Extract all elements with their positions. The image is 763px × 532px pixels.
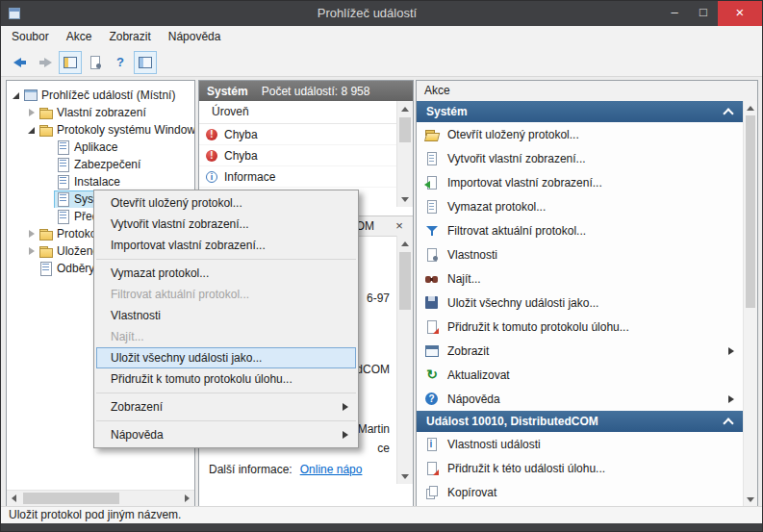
online-help-link[interactable]: Online nápo [300,463,363,476]
event-row[interactable]: Chyba [199,124,413,145]
menu-item-create-custom-view[interactable]: Vytvořit vlastní zobrazení... [94,214,358,235]
forward-arrow-icon [38,55,53,70]
attach-task-icon [424,319,440,335]
action-view-submenu[interactable]: Zobrazit [417,339,744,363]
tree-item-setup[interactable]: Instalace [7,173,194,190]
column-header-level[interactable]: Úroveň [199,101,413,124]
action-label: Filtrovat aktuální protokol... [447,224,586,238]
action-attach-task-to-log[interactable]: Přidružit k tomuto protokolu úlohu... [417,315,744,339]
more-info-label: Další informace: [209,463,292,476]
scrollbar-thumb[interactable] [746,115,755,308]
up-arrow-icon [747,106,754,111]
action-help-submenu[interactable]: Nápověda [417,387,744,411]
scroll-left-button[interactable] [7,491,22,506]
collapse-arrow-icon[interactable] [26,228,38,240]
console-icon [23,88,38,103]
scrollbar-thumb[interactable] [399,117,411,142]
action-label: Přidružit k této události úlohu... [447,462,605,475]
action-event-properties[interactable]: Vlastnosti události [417,432,744,456]
action-filter-current-log[interactable]: Filtrovat aktuální protokol... [417,218,744,242]
menu-item-properties[interactable]: Vlastnosti [94,305,358,326]
collapse-chevron-icon[interactable] [723,418,733,428]
menu-item-import-custom-view[interactable]: Importovat vlastní zobrazení... [94,235,358,256]
show-console-tree-button[interactable] [59,51,82,74]
scroll-right-button[interactable] [179,491,194,506]
close-button[interactable]: × [718,1,762,26]
action-import-custom-view[interactable]: Importovat vlastní zobrazení... [417,170,744,194]
menu-item-open-saved-log[interactable]: Otevřít uložený protokol... [94,192,358,214]
menu-item-save-all-events-as[interactable]: Uložit všechny události jako... [96,347,356,368]
details-scrollbar[interactable] [396,236,413,484]
help-button[interactable] [109,51,132,74]
tree-spacer [43,193,55,205]
scroll-up-button[interactable] [397,101,413,116]
scrollbar-thumb[interactable] [399,252,411,310]
action-properties[interactable]: Vlastnosti [417,242,744,266]
log-title: Systém [207,85,248,98]
actions-title: Akce [417,81,757,102]
properties-button[interactable] [84,51,107,74]
scroll-down-button[interactable] [744,493,757,506]
action-refresh[interactable]: Aktualizovat [417,363,744,387]
action-section-system-header[interactable]: Systém [417,101,744,122]
tree-item-custom-views[interactable]: Vlastní zobrazení [7,104,194,121]
error-icon [205,148,220,164]
menu-item-help-submenu[interactable]: Nápověda [94,424,358,445]
scroll-down-button[interactable] [397,191,413,207]
status-text: Uložit protokol pod jiným názvem. [9,508,181,521]
details-close-button[interactable]: × [392,216,407,235]
menu-item-clear-log[interactable]: Vymazat protokol... [94,263,358,284]
collapse-arrow-icon[interactable] [26,245,38,257]
event-count: Počet událostí: 8 958 [262,85,370,98]
tree-label: Odběry [57,262,94,275]
detail-text-fragment: Martin [358,422,390,436]
menu-item-view-submenu[interactable]: Zobrazení [94,396,358,418]
tree-item-application[interactable]: Aplikace [7,139,194,156]
properties-sheet-icon [88,55,103,70]
scrollbar-thumb[interactable] [23,493,119,504]
collapse-arrow-icon[interactable] [26,107,38,118]
action-copy[interactable]: Kopírovat [417,480,744,504]
event-row[interactable]: Chyba [199,145,413,166]
window-controls: – □ × [660,1,762,26]
scroll-up-button[interactable] [744,101,757,114]
up-arrow-icon [401,241,409,246]
event-row[interactable]: Informace [199,166,413,188]
action-find[interactable]: Najít... [417,266,744,291]
event-list-scrollbar[interactable] [396,101,413,207]
expand-arrow-icon[interactable] [11,89,22,101]
action-section-event-header[interactable]: Událost 10010, DistributedCOM [417,411,744,432]
menu-napoveda[interactable]: Nápověda [160,26,230,48]
tree-label: Vlastní zobrazení [57,106,146,119]
action-save-all-events-as[interactable]: Uložit všechny události jako... [417,291,744,315]
action-attach-task-to-event[interactable]: Přidružit k této události úlohu... [417,456,744,480]
menu-soubor[interactable]: Soubor [3,26,58,48]
menu-item-attach-task[interactable]: Přidružit k tomuto protokolu úlohu... [94,368,358,390]
minimize-button[interactable]: – [660,1,689,26]
action-label: Najít... [447,272,481,286]
section-header-label: Systém [426,105,468,118]
forward-button[interactable] [34,51,57,74]
tree-item-event-viewer-root[interactable]: Prohlížeč událostí (Místní) [7,87,194,104]
scroll-up-button[interactable] [397,236,413,251]
tree-label: Instalace [74,175,120,189]
menu-zobrazit[interactable]: Zobrazit [100,26,159,48]
back-button[interactable] [9,51,32,74]
maximize-button[interactable]: □ [689,1,718,26]
detail-text-fragment: ce [377,442,390,455]
action-label: Uložit všechny události jako... [447,296,598,310]
down-arrow-icon [401,474,409,479]
action-clear-log[interactable]: Vymazat protokol... [417,194,744,218]
action-create-custom-view[interactable]: Vytvořit vlastní zobrazení... [417,146,744,170]
action-open-saved-log[interactable]: Otevřít uložený protokol... [417,122,744,146]
scroll-down-button[interactable] [397,469,413,484]
show-action-pane-button[interactable] [134,51,157,74]
tree-item-windows-logs[interactable]: Protokoly systému Windows [7,121,194,139]
horizontal-scrollbar[interactable] [7,490,194,506]
expand-arrow-icon[interactable] [26,124,38,136]
folder-icon [38,122,54,138]
tree-item-security[interactable]: Zabezpečení [7,156,194,173]
collapse-chevron-icon[interactable] [723,108,733,118]
actions-scrollbar[interactable] [743,101,757,506]
menu-akce[interactable]: Akce [58,26,101,48]
